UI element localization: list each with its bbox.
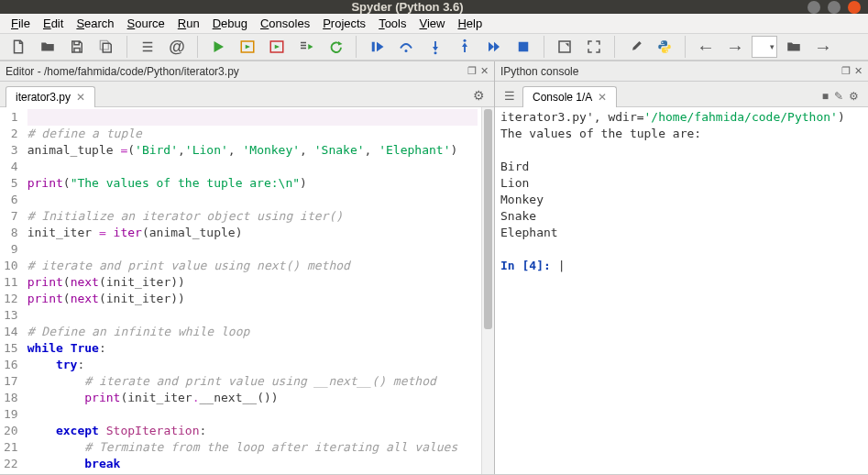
console-panel-header: IPython console ❐ ✕ xyxy=(495,61,868,82)
svg-rect-7 xyxy=(372,42,375,52)
step-over-button[interactable] xyxy=(393,34,419,60)
maximize-pane-button[interactable] xyxy=(552,34,577,60)
menu-file[interactable]: File xyxy=(5,14,36,33)
open-file-button[interactable] xyxy=(35,34,60,60)
editor-close-panel-icon[interactable]: ✕ xyxy=(480,65,489,77)
console-header-title: IPython console xyxy=(500,65,841,78)
run-cell-advance-button[interactable] xyxy=(264,34,290,60)
menu-view[interactable]: View xyxy=(413,14,450,33)
console-tabbar: ☰ Console 1/A ✕ ■ ✎ ⚙ xyxy=(495,82,868,107)
run-button[interactable] xyxy=(205,34,231,60)
back-button[interactable]: ← xyxy=(693,34,719,60)
fullscreen-button[interactable] xyxy=(581,34,607,60)
parent-dir-button[interactable]: → xyxy=(810,34,836,60)
window-close-button[interactable] xyxy=(848,1,861,14)
editor-panel-header: Editor - /home/fahmida/code/Python/itera… xyxy=(0,61,494,82)
stop-debug-button[interactable] xyxy=(511,34,536,60)
console-tablist-icon[interactable]: ☰ xyxy=(500,85,519,106)
svg-marker-14 xyxy=(489,42,494,52)
forward-button[interactable]: → xyxy=(722,34,748,60)
editor-tab-label: iterator3.py xyxy=(16,91,71,104)
console-undock-icon[interactable]: ❐ xyxy=(841,65,851,77)
working-dir-combo[interactable]: ▾ xyxy=(752,36,777,58)
window-maximize-button[interactable] xyxy=(828,1,841,14)
at-button[interactable]: @ xyxy=(164,34,190,60)
toolbar-separator xyxy=(197,36,198,58)
outline-button[interactable] xyxy=(135,34,160,60)
toolbar-separator xyxy=(685,36,686,58)
step-out-button[interactable] xyxy=(452,34,478,60)
editor-tab[interactable]: iterator3.py ✕ xyxy=(5,86,95,107)
svg-marker-10 xyxy=(433,47,438,51)
toolbar-separator xyxy=(544,36,544,58)
console-tab-close-icon[interactable]: ✕ xyxy=(598,91,607,104)
svg-rect-16 xyxy=(519,42,529,52)
svg-point-9 xyxy=(405,50,408,52)
editor-tab-close-icon[interactable]: ✕ xyxy=(76,91,85,104)
menu-edit[interactable]: Edit xyxy=(38,14,69,33)
svg-marker-2 xyxy=(246,45,250,50)
svg-marker-12 xyxy=(462,43,467,48)
editor-options-icon[interactable]: ⚙ xyxy=(469,84,489,106)
save-button[interactable] xyxy=(64,34,90,60)
window-controls xyxy=(808,1,861,14)
menu-source[interactable]: Source xyxy=(122,14,170,33)
rerun-button[interactable] xyxy=(323,34,348,60)
toolbar-separator xyxy=(356,36,357,58)
debug-button[interactable] xyxy=(364,34,390,60)
run-cell-button[interactable] xyxy=(235,34,260,60)
code-area[interactable]: # define a tupleanimal_tuple =('Bird','L… xyxy=(24,107,481,474)
menubar: FileEditSearchSourceRunDebugConsolesProj… xyxy=(0,14,868,34)
svg-point-19 xyxy=(662,41,664,43)
editor-panel: Editor - /home/fahmida/code/Python/itera… xyxy=(0,61,495,474)
main-area: Editor - /home/fahmida/code/Python/itera… xyxy=(0,61,868,474)
svg-point-20 xyxy=(666,50,668,52)
new-file-button[interactable] xyxy=(5,34,31,60)
step-into-button[interactable] xyxy=(423,34,448,60)
menu-tools[interactable]: Tools xyxy=(373,14,412,33)
python-path-button[interactable] xyxy=(652,34,677,60)
svg-point-13 xyxy=(464,39,467,42)
editor-header-title: Editor - /home/fahmida/code/Python/itera… xyxy=(5,65,467,78)
editor-tabbar: iterator3.py ✕ ⚙ xyxy=(0,82,494,107)
svg-marker-6 xyxy=(338,41,343,46)
line-number-gutter: 12345678910111213141516171819202122 xyxy=(0,107,24,474)
menu-debug[interactable]: Debug xyxy=(207,14,253,33)
toolbar-separator xyxy=(126,36,127,58)
save-all-button[interactable] xyxy=(93,34,119,60)
scrollbar-thumb[interactable] xyxy=(484,109,492,329)
editor-body[interactable]: 12345678910111213141516171819202122 # de… xyxy=(0,107,494,474)
run-selection-button[interactable] xyxy=(293,34,319,60)
menu-search[interactable]: Search xyxy=(71,14,119,33)
editor-vertical-scrollbar[interactable] xyxy=(481,107,494,474)
console-stop-icon[interactable]: ■ xyxy=(822,90,829,103)
svg-marker-0 xyxy=(214,41,225,52)
window-title: Spyder (Python 3.6) xyxy=(7,0,808,14)
svg-rect-17 xyxy=(559,41,570,52)
console-tab-label: Console 1/A xyxy=(533,91,592,104)
toolbar-separator xyxy=(614,36,615,58)
browse-dir-button[interactable] xyxy=(781,34,807,60)
console-close-panel-icon[interactable]: ✕ xyxy=(854,65,863,77)
editor-undock-icon[interactable]: ❐ xyxy=(467,65,477,77)
console-panel: IPython console ❐ ✕ ☰ Console 1/A ✕ ■ ✎ … xyxy=(495,61,868,474)
console-output[interactable]: iterator3.py', wdir='/home/fahmida/code/… xyxy=(495,107,868,474)
svg-marker-15 xyxy=(494,42,500,52)
window-minimize-button[interactable] xyxy=(808,1,820,14)
svg-point-11 xyxy=(434,51,437,54)
preferences-button[interactable] xyxy=(622,34,648,60)
svg-marker-4 xyxy=(275,45,280,50)
menu-run[interactable]: Run xyxy=(172,14,205,33)
window-titlebar: Spyder (Python 3.6) xyxy=(0,0,868,14)
console-tab[interactable]: Console 1/A ✕ xyxy=(522,86,617,107)
console-options-icon[interactable]: ⚙ xyxy=(849,90,859,103)
svg-marker-8 xyxy=(377,42,384,52)
continue-button[interactable] xyxy=(481,34,507,60)
menu-help[interactable]: Help xyxy=(452,14,488,33)
menu-consoles[interactable]: Consoles xyxy=(255,14,315,33)
svg-marker-5 xyxy=(308,44,313,50)
console-clear-icon[interactable]: ✎ xyxy=(834,90,843,103)
toolbar: @ ← → ▾ → xyxy=(0,34,868,61)
menu-projects[interactable]: Projects xyxy=(317,14,371,33)
svg-marker-18 xyxy=(566,43,569,47)
